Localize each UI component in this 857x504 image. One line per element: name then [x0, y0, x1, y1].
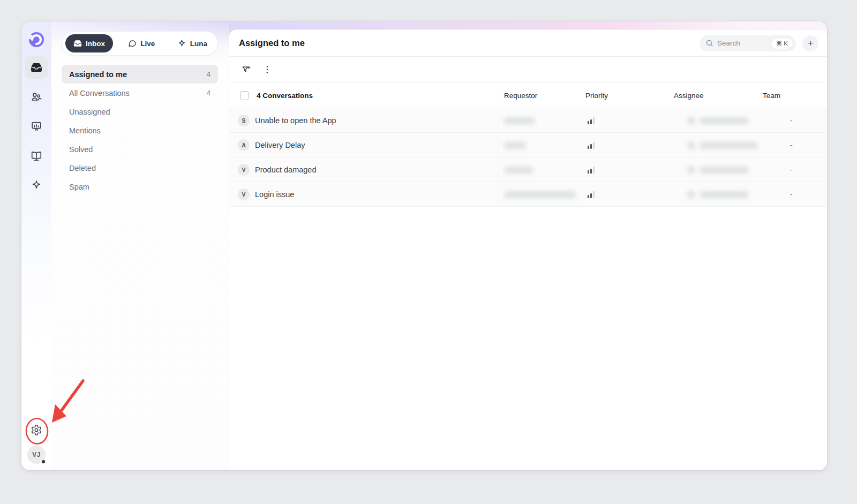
assignee-avatar-redacted: [687, 166, 695, 174]
sidebar-item-label: All Conversations: [69, 89, 130, 97]
team-value: -: [758, 133, 827, 157]
conversation-count: 4 Conversations: [257, 92, 313, 100]
tab-inbox[interactable]: Inbox: [65, 34, 113, 52]
sidebar-item-count: 4: [207, 89, 211, 97]
sidebar-item-label: Solved: [69, 145, 93, 154]
requestor-redacted: [504, 117, 535, 124]
conversation-subject: Unable to open the App: [255, 116, 336, 125]
tab-inbox-label: Inbox: [86, 40, 105, 48]
conversation-subject: Login issue: [255, 190, 294, 199]
assignee-avatar-redacted: [687, 141, 695, 149]
search-placeholder: Search: [717, 39, 767, 47]
add-filter-icon[interactable]: [241, 64, 252, 75]
sidebar-item-solved[interactable]: Solved: [62, 140, 218, 159]
rail-contacts-icon[interactable]: [30, 91, 43, 103]
assignee-avatar-redacted: [687, 191, 695, 199]
row-source-badge: S: [238, 115, 250, 126]
requestor-redacted: [504, 142, 527, 149]
assignee-name-redacted: [700, 142, 758, 149]
main-panel: Assigned to me Search ⌘ K +: [229, 29, 827, 470]
add-conversation-button[interactable]: +: [802, 35, 818, 51]
team-value: -: [758, 157, 827, 182]
page-title: Assigned to me: [239, 38, 305, 48]
column-header-priority[interactable]: Priority: [581, 92, 669, 100]
sidebar-item-deleted[interactable]: Deleted: [62, 159, 218, 177]
tab-luna-label: Luna: [190, 40, 207, 48]
select-all-checkbox[interactable]: [240, 91, 249, 100]
search-shortcut-badge: ⌘ K: [771, 37, 793, 49]
more-options-icon[interactable]: [262, 65, 272, 74]
row-source-badge: V: [238, 164, 250, 176]
column-header-team[interactable]: Team: [758, 92, 827, 100]
list-toolbar: [229, 57, 827, 82]
sidebar-item-spam[interactable]: Spam: [62, 177, 218, 196]
assignee-name-redacted: [700, 191, 749, 198]
table-header: 4 Conversations Requestor Priority Assig…: [229, 82, 827, 108]
table-row[interactable]: V Product damaged -: [229, 157, 827, 182]
tab-live[interactable]: Live: [121, 34, 162, 52]
conversation-subject: Product damaged: [255, 166, 316, 174]
sidebar-item-unassigned[interactable]: Unassigned: [62, 102, 218, 121]
icon-rail: VJ: [21, 21, 51, 470]
team-value: -: [758, 182, 827, 207]
luna-spark-icon: [177, 39, 186, 48]
assignee-avatar-redacted: [687, 117, 695, 125]
main-header: Assigned to me Search ⌘ K +: [229, 30, 827, 57]
inbox-nav-list: Assigned to me 4 All Conversations 4 Una…: [62, 65, 218, 196]
priority-indicator-icon: [581, 133, 669, 157]
settings-gear-icon[interactable]: [26, 420, 47, 440]
rail-knowledge-icon[interactable]: [30, 149, 43, 162]
priority-indicator-icon: [581, 108, 669, 133]
workspace-tabbar: Inbox Live Luna: [62, 31, 218, 56]
team-value: -: [758, 108, 827, 133]
priority-indicator-icon: [581, 157, 669, 182]
sidebar-item-assigned-to-me[interactable]: Assigned to me 4: [62, 65, 218, 84]
assignee-name-redacted: [700, 167, 749, 174]
sidebar-item-count: 4: [207, 70, 211, 78]
search-icon: [705, 39, 713, 47]
assignee-name-redacted: [700, 117, 749, 124]
priority-indicator-icon: [581, 182, 669, 207]
chat-bubble-icon: [128, 39, 137, 48]
column-header-requestor[interactable]: Requestor: [499, 92, 581, 100]
requestor-redacted: [504, 167, 533, 174]
sidebar-item-mentions[interactable]: Mentions: [62, 121, 218, 140]
sidebar-item-label: Spam: [69, 183, 89, 191]
conversation-subject: Delivery Delay: [255, 141, 305, 149]
tab-live-label: Live: [140, 40, 155, 48]
row-source-badge: A: [238, 139, 250, 151]
search-input[interactable]: Search ⌘ K: [700, 35, 796, 51]
status-dot: [41, 459, 46, 464]
tab-luna[interactable]: Luna: [170, 34, 214, 52]
row-source-badge: V: [238, 189, 250, 200]
inbox-icon: [73, 39, 82, 48]
rail-inbox-icon[interactable]: [25, 56, 48, 79]
inbox-sidebar: Inbox Live Luna Assigned to me 4 Al: [51, 21, 229, 470]
requestor-redacted: [504, 191, 576, 198]
avatar-initials: VJ: [32, 451, 40, 458]
column-header-assignee[interactable]: Assignee: [669, 92, 758, 100]
sidebar-item-label: Mentions: [69, 126, 101, 135]
sidebar-item-label: Deleted: [69, 164, 96, 172]
table-row[interactable]: V Login issue -: [229, 182, 827, 207]
rail-luna-icon[interactable]: [30, 179, 43, 192]
brand-logo-icon: [27, 30, 46, 49]
sidebar-item-all-conversations[interactable]: All Conversations 4: [62, 84, 218, 102]
user-avatar[interactable]: VJ: [27, 446, 46, 464]
sidebar-item-label: Assigned to me: [69, 70, 127, 79]
sidebar-item-label: Unassigned: [69, 108, 110, 116]
table-row[interactable]: S Unable to open the App -: [229, 108, 827, 133]
table-row[interactable]: A Delivery Delay -: [229, 133, 827, 157]
app-window: VJ Inbox Live: [21, 21, 827, 470]
rail-analytics-icon[interactable]: [30, 120, 43, 133]
